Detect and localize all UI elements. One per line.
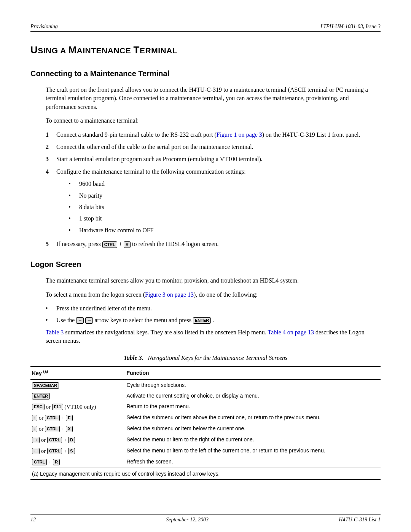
step-2: 2 Connect the other end of the cable to … <box>46 143 381 151</box>
key-e: E <box>66 415 72 421</box>
subsection-logon: Logon Screen <box>30 259 381 270</box>
step-5: 5 If necessary, press CTRL + R to refres… <box>46 240 381 248</box>
list-item: 8 data bits <box>79 203 104 211</box>
para: The craft port on the front panel allows… <box>46 86 381 111</box>
key-right-arrow: → <box>85 317 93 324</box>
key-s: S <box>68 448 75 454</box>
key-f11: F11 <box>52 404 63 410</box>
key-enter: ENTER <box>193 317 211 324</box>
list-item: Hardware flow control to OFF <box>79 226 154 235</box>
table-row: ← or CTRL + S Select the menu or item to… <box>30 446 381 457</box>
key-ctrl: CTRL <box>32 459 47 465</box>
key-r: R <box>124 241 131 248</box>
para: Table 3 summarizes the navigational keys… <box>46 328 381 345</box>
key-enter: ENTER <box>32 393 50 399</box>
footer-page: 12 <box>30 516 36 524</box>
footer-date: September 12, 2003 <box>166 516 209 524</box>
header-section: Provisioning <box>30 23 58 30</box>
key-ctrl: CTRL <box>45 415 60 421</box>
header-docid: LTPH-UM-1031-03, Issue 3 <box>320 23 381 30</box>
key-spacebar: SPACEBAR <box>32 382 59 389</box>
page-header: Provisioning LTPH-UM-1031-03, Issue 3 <box>30 23 381 32</box>
list-item: 9600 baud <box>79 180 105 188</box>
key-ctrl: CTRL <box>47 437 62 443</box>
key-left-arrow: ← <box>32 448 40 454</box>
step-3: 3 Start a terminal emulation program suc… <box>46 155 381 163</box>
logon-options: •Press the underlined letter of the menu… <box>46 304 381 324</box>
list-item: 1 stop bit <box>79 214 102 223</box>
key-x: X <box>66 426 72 432</box>
table-row: ↑ or CTRL + E Select the submenu or item… <box>30 412 381 423</box>
key-d: D <box>68 437 75 443</box>
footer-model: H4TU-C-319 List 1 <box>339 516 381 524</box>
nav-keys-table: Key (a) Function SPACEBAR Cycle through … <box>30 366 381 480</box>
key-left-arrow: ← <box>76 317 84 324</box>
list-item: No parity <box>79 192 102 200</box>
link-table4[interactable]: Table 4 on page 13 <box>268 329 314 335</box>
key-ctrl: CTRL <box>45 426 60 432</box>
list-item: Use the ← → arrow keys to select the men… <box>56 316 214 324</box>
section-title: USING A MAINTENANCE TERMINAL <box>30 43 381 57</box>
key-ctrl: CTRL <box>47 448 62 454</box>
link-table3[interactable]: Table 3 <box>46 329 64 335</box>
table-row: ESC or F11 (VT100 only) Return to the pa… <box>30 401 381 412</box>
table-row: CTRL + R Refresh the screen. <box>30 457 381 468</box>
list-item: Press the underlined letter of the menu. <box>56 304 152 313</box>
key-up-arrow: ↑ <box>32 415 37 421</box>
table-row: SPACEBAR Cycle through selections. <box>30 380 381 391</box>
para: To connect to a maintenance terminal: <box>46 117 381 125</box>
link-figure1[interactable]: Figure 1 on page 3 <box>217 131 262 138</box>
table-row: → or CTRL + D Select the menu or item to… <box>30 435 381 446</box>
table-row: ↓ or CTRL + X Select the submenu or item… <box>30 423 381 435</box>
table-row: ENTER Activate the current setting or ch… <box>30 391 381 401</box>
table-caption: Table 3. Navigational Keys for the Maint… <box>30 354 381 362</box>
key-ctrl: CTRL <box>102 241 117 248</box>
table-footnote-row: (a) Legacy management units require use … <box>30 468 381 479</box>
th-function: Function <box>125 366 381 380</box>
para: The maintenance terminal screens allow y… <box>46 276 381 285</box>
page-footer: 12 September 12, 2003 H4TU-C-319 List 1 <box>30 514 381 524</box>
key-right-arrow: → <box>32 437 40 443</box>
key-esc: ESC <box>32 404 45 410</box>
subsection-connecting: Connecting to a Maintenance Terminal <box>30 68 381 79</box>
step-1: 1 Connect a standard 9-pin terminal cabl… <box>46 131 381 139</box>
th-key: Key (a) <box>30 366 125 380</box>
key-down-arrow: ↓ <box>32 426 37 432</box>
settings-list: •9600 baud •No parity •8 data bits •1 st… <box>68 180 381 235</box>
key-r: R <box>53 459 60 465</box>
step-4: 4 Configure the maintenance terminal to … <box>46 168 381 176</box>
link-figure3[interactable]: Figure 3 on page 13 <box>145 291 194 298</box>
para: To select a menu from the logon screen (… <box>46 291 381 299</box>
